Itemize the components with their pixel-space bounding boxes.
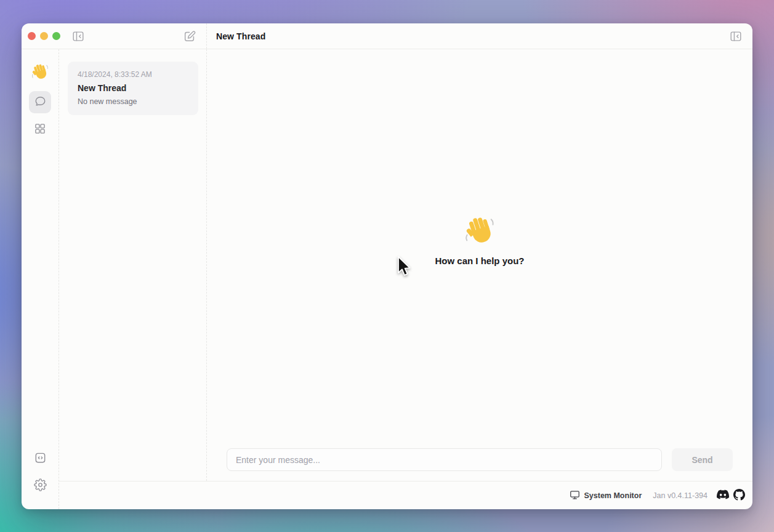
thread-title: New Thread xyxy=(78,83,188,94)
close-window-button[interactable] xyxy=(28,32,36,40)
greeting-text: How can I help you? xyxy=(435,256,524,266)
compose-icon xyxy=(183,30,196,43)
chat-main-area: How can I help you? Send xyxy=(207,49,752,481)
system-monitor-label: System Monitor xyxy=(584,491,642,500)
thread-list-item[interactable]: 4/18/2024, 8:33:52 AM New Thread No new … xyxy=(68,62,198,115)
send-button[interactable]: Send xyxy=(672,448,733,471)
message-composer: Send xyxy=(207,448,752,471)
waving-hand-emoji-icon xyxy=(464,215,496,247)
message-input[interactable] xyxy=(227,448,662,471)
left-rail xyxy=(22,49,59,509)
discord-icon xyxy=(717,488,729,502)
gear-icon xyxy=(34,478,47,493)
right-of-rail: 4/18/2024, 8:33:52 AM New Thread No new … xyxy=(59,49,752,509)
window-controls xyxy=(28,32,60,40)
new-thread-button[interactable] xyxy=(182,28,198,44)
app-body: 4/18/2024, 8:33:52 AM New Thread No new … xyxy=(22,49,752,509)
minimize-window-button[interactable] xyxy=(40,32,48,40)
waving-hand-emoji-icon xyxy=(31,63,49,84)
discord-link[interactable] xyxy=(717,488,729,502)
monitor-icon xyxy=(570,490,580,502)
zoom-window-button[interactable] xyxy=(52,32,60,40)
empty-chat-state: How can I help you? xyxy=(207,49,752,448)
panel-collapse-left-icon xyxy=(71,30,85,43)
titlebar: New Thread xyxy=(22,23,752,49)
code-server-icon xyxy=(34,451,47,466)
titlebar-main-section: New Thread xyxy=(207,23,752,49)
panel-collapse-right-icon xyxy=(729,30,743,43)
collapse-right-panel-button[interactable] xyxy=(728,28,744,44)
grid-icon xyxy=(34,123,46,137)
github-link[interactable] xyxy=(733,489,745,502)
sidebar-item-hub[interactable] xyxy=(29,118,51,140)
chat-bubble-icon xyxy=(34,95,47,110)
github-icon xyxy=(733,489,745,502)
content-row: 4/18/2024, 8:33:52 AM New Thread No new … xyxy=(59,49,752,481)
system-monitor-toggle[interactable]: System Monitor xyxy=(570,490,642,502)
footer-social-links xyxy=(717,488,745,502)
sidebar-item-threads[interactable] xyxy=(29,91,51,113)
thread-last-message: No new message xyxy=(78,97,188,107)
jan-logo xyxy=(31,64,49,83)
sidebar-item-settings[interactable] xyxy=(29,475,51,497)
status-bar: System Monitor Jan v0.4.11-394 xyxy=(59,481,752,509)
sidebar-item-local-api-server[interactable] xyxy=(29,448,51,470)
titlebar-left-section xyxy=(22,23,207,49)
app-version: Jan v0.4.11-394 xyxy=(653,491,707,500)
page-title: New Thread xyxy=(216,31,265,41)
thread-timestamp: 4/18/2024, 8:33:52 AM xyxy=(78,70,188,79)
app-window: New Thread xyxy=(22,23,752,509)
collapse-left-panel-button[interactable] xyxy=(70,28,86,44)
greeting-block: How can I help you? xyxy=(435,215,524,266)
thread-list-panel: 4/18/2024, 8:33:52 AM New Thread No new … xyxy=(59,49,207,481)
